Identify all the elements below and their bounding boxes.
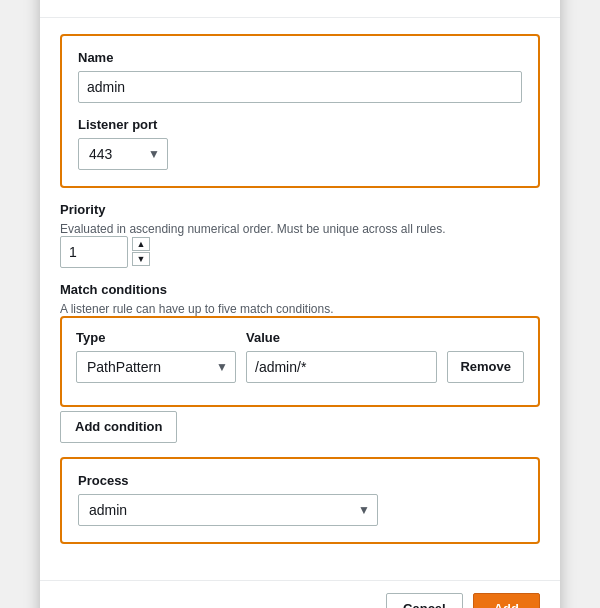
- priority-input[interactable]: [60, 236, 128, 268]
- modal-header: Listener rule ×: [40, 0, 560, 18]
- modal-body: Name Listener port 443 80 8080 ▼: [40, 18, 560, 580]
- listener-port-label: Listener port: [78, 117, 522, 132]
- listener-port-select-wrapper: 443 80 8080 ▼: [78, 138, 168, 170]
- match-type-col: Type PathPattern Host Header Query ▼: [76, 330, 236, 383]
- priority-label: Priority: [60, 202, 540, 217]
- match-conditions-label: Match conditions: [60, 282, 540, 297]
- priority-section: Priority Evaluated in ascending numerica…: [60, 202, 540, 268]
- name-input[interactable]: [78, 71, 522, 103]
- process-label: Process: [78, 473, 522, 488]
- listener-port-select[interactable]: 443 80 8080: [78, 138, 168, 170]
- process-select[interactable]: admin default api: [78, 494, 378, 526]
- priority-decrement-button[interactable]: ▼: [132, 252, 150, 266]
- match-conditions-section: Match conditions A listener rule can hav…: [60, 282, 540, 443]
- cancel-button[interactable]: Cancel: [386, 593, 463, 609]
- add-button[interactable]: Add: [473, 593, 540, 609]
- match-type-label: Type: [76, 330, 236, 345]
- match-conditions-outlined: Type PathPattern Host Header Query ▼: [60, 316, 540, 407]
- name-listener-section: Name Listener port 443 80 8080 ▼: [60, 34, 540, 188]
- match-type-select-wrapper: PathPattern Host Header Query ▼: [76, 351, 236, 383]
- name-label: Name: [78, 50, 522, 65]
- priority-spinner: ▲ ▼: [132, 237, 150, 266]
- match-conditions-description: A listener rule can have up to five matc…: [60, 302, 334, 316]
- match-type-select[interactable]: PathPattern Host Header Query: [76, 351, 236, 383]
- modal-overlay: Listener rule × Name Listener port 443: [0, 0, 600, 608]
- priority-input-wrapper: ▲ ▼: [60, 236, 540, 268]
- process-select-wrapper: admin default api ▼: [78, 494, 378, 526]
- match-condition-row: Type PathPattern Host Header Query ▼: [76, 330, 524, 383]
- listener-port-field-group: Listener port 443 80 8080 ▼: [78, 117, 522, 170]
- modal-footer: Cancel Add: [40, 580, 560, 609]
- match-value-input[interactable]: [246, 351, 437, 383]
- name-field-group: Name: [78, 50, 522, 103]
- process-section: Process admin default api ▼: [60, 457, 540, 544]
- modal-title: Listener rule: [60, 0, 168, 5]
- match-value-col: Value: [246, 330, 437, 383]
- priority-increment-button[interactable]: ▲: [132, 237, 150, 251]
- match-value-label: Value: [246, 330, 437, 345]
- priority-description: Evaluated in ascending numerical order. …: [60, 222, 446, 236]
- remove-condition-button[interactable]: Remove: [447, 351, 524, 383]
- close-button[interactable]: ×: [525, 0, 540, 3]
- add-condition-button[interactable]: Add condition: [60, 411, 177, 443]
- listener-rule-modal: Listener rule × Name Listener port 443: [40, 0, 560, 608]
